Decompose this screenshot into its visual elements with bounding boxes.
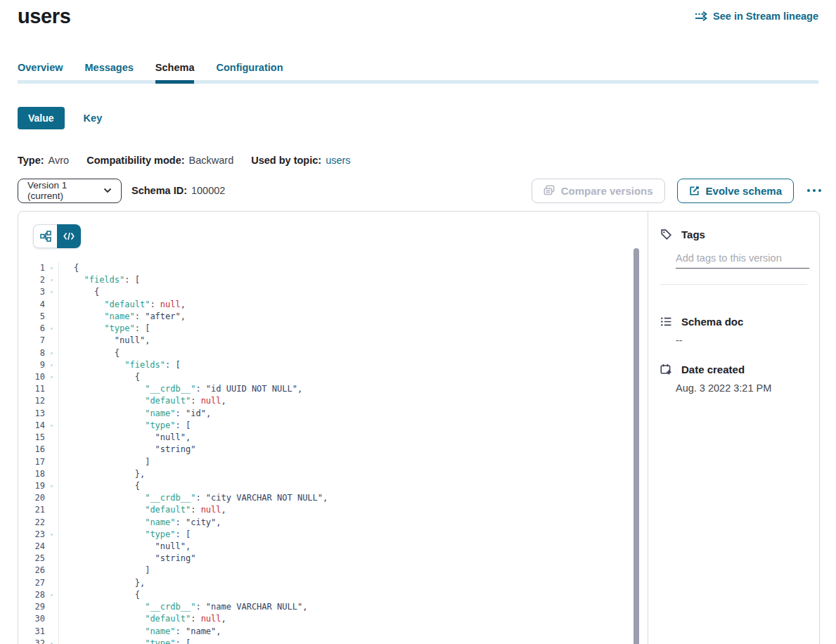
fold-arrow-icon[interactable]: ▾ (45, 262, 59, 274)
key-tab-link[interactable]: Key (84, 112, 103, 124)
version-select[interactable]: Version 1 (current) (18, 179, 122, 203)
tab-messages[interactable]: Messages (85, 62, 134, 84)
see-in-stream-lineage-link[interactable]: See in Stream lineage (695, 11, 818, 22)
code-text: "default": null, (59, 504, 226, 516)
code-line: 32▾ "type": [ (28, 638, 633, 644)
code-line: 2▾ "fields": [ (28, 274, 633, 286)
code-line: 6▾ "type": [ (28, 323, 633, 335)
code-text: }, (59, 468, 145, 480)
fold-arrow-icon[interactable]: ▾ (45, 347, 59, 359)
evolve-schema-button[interactable]: Evolve schema (677, 179, 794, 203)
line-number: 30 (28, 613, 45, 625)
schema-id: Schema ID: 100002 (131, 185, 225, 196)
fold-arrow-icon[interactable]: ▾ (45, 529, 59, 541)
tabs: OverviewMessagesSchemaConfiguration (18, 62, 818, 84)
line-number: 25 (28, 553, 45, 565)
code-text: "string" (59, 553, 195, 565)
line-number: 8 (28, 347, 45, 359)
fold-arrow-icon[interactable]: ▾ (45, 480, 59, 492)
line-number: 28 (28, 589, 45, 601)
line-number: 5 (28, 311, 45, 323)
tree-view-button[interactable] (33, 224, 57, 248)
code-line: 20 "__crdb__": "city VARCHAR NOT NULL", (28, 492, 633, 504)
fold-gutter (45, 517, 59, 529)
tab-schema[interactable]: Schema (155, 62, 195, 84)
code-line: 1▾{ (28, 262, 633, 274)
fold-gutter (45, 444, 59, 456)
code-line: 16 "string" (28, 444, 633, 456)
schema-panel: 1▾{2▾ "fields": [3▾ {4 "default": null,5… (18, 211, 820, 644)
fold-arrow-icon[interactable]: ▾ (45, 359, 59, 371)
editor-scrollbar[interactable] (634, 248, 639, 644)
value-tab-button[interactable]: Value (18, 107, 65, 129)
code-text: { (59, 589, 140, 601)
line-number: 29 (28, 601, 45, 613)
fold-arrow-icon[interactable]: ▾ (45, 371, 59, 383)
fold-arrow-icon[interactable]: ▾ (45, 420, 59, 432)
fold-arrow-icon[interactable]: ▾ (45, 286, 59, 298)
value-key-selector: Value Key (18, 107, 102, 129)
tab-configuration[interactable]: Configuration (216, 62, 283, 84)
schema-type: Type: Avro (18, 155, 69, 166)
fold-arrow-icon[interactable]: ▾ (45, 323, 59, 335)
code-text: { (59, 286, 99, 298)
code-text: "type": [ (59, 420, 191, 432)
topic-link[interactable]: users (326, 155, 350, 166)
code-text: "fields": [ (59, 274, 140, 286)
line-number: 4 (28, 299, 45, 311)
line-number: 1 (28, 262, 45, 274)
code-view-button[interactable] (57, 224, 81, 248)
line-number: 27 (28, 577, 45, 589)
line-number: 31 (28, 626, 45, 638)
code-text: "__crdb__": "id UUID NOT NULL", (59, 383, 302, 395)
fold-arrow-icon[interactable]: ▾ (45, 274, 59, 286)
tab-overview[interactable]: Overview (18, 62, 63, 84)
line-number: 22 (28, 517, 45, 529)
chevron-down-icon (103, 188, 112, 193)
code-text: "type": [ (59, 323, 150, 335)
code-line: 30 "default": null, (28, 613, 633, 625)
schema-sidebar: Tags Schema doc -- (648, 212, 820, 644)
line-number: 15 (28, 432, 45, 444)
schema-meta-row: Type: Avro Compatibility mode: Backward … (18, 155, 351, 166)
line-number: 14 (28, 420, 45, 432)
code-text: { (59, 371, 140, 383)
fold-gutter (45, 541, 59, 553)
tags-section-header: Tags (660, 228, 705, 240)
tab-bar: OverviewMessagesSchemaConfiguration (18, 62, 818, 84)
add-tags-input[interactable] (676, 252, 809, 269)
fold-gutter (45, 395, 59, 407)
line-number: 12 (28, 395, 45, 407)
fold-gutter (45, 601, 59, 613)
code-text: "null", (59, 541, 191, 553)
fold-arrow-icon[interactable]: ▾ (45, 589, 59, 601)
code-text: }, (59, 577, 145, 589)
code-text: "name": "name", (59, 626, 221, 638)
calendar-icon (660, 363, 672, 375)
code-line: 17 ] (28, 456, 633, 468)
code-text: "string" (59, 444, 195, 456)
line-number: 19 (28, 480, 45, 492)
tags-title: Tags (681, 228, 705, 240)
schema-doc-title: Schema doc (681, 316, 743, 328)
fold-gutter (45, 626, 59, 638)
code-text: { (59, 347, 120, 359)
sidebar-divider (660, 284, 807, 285)
line-number: 11 (28, 383, 45, 395)
line-number: 23 (28, 529, 45, 541)
line-number: 9 (28, 359, 45, 371)
more-options-button[interactable] (806, 185, 823, 196)
code-text: "default": null, (59, 613, 226, 625)
code-text: "null", (59, 335, 150, 347)
code-line: 28▾ { (28, 589, 633, 601)
compare-versions-button[interactable]: Compare versions (532, 179, 665, 203)
code-line: 13 "name": "id", (28, 408, 633, 420)
code-line: 21 "default": null, (28, 504, 633, 516)
fold-arrow-icon[interactable]: ▾ (45, 638, 59, 644)
fold-gutter (45, 456, 59, 468)
fold-gutter (45, 299, 59, 311)
tree-view-icon (40, 231, 51, 242)
schema-code-editor[interactable]: 1▾{2▾ "fields": [3▾ {4 "default": null,5… (28, 262, 633, 644)
schema-doc-header: Schema doc (660, 316, 743, 328)
version-toolbar: Version 1 (current) Schema ID: 100002 Co… (18, 178, 823, 203)
